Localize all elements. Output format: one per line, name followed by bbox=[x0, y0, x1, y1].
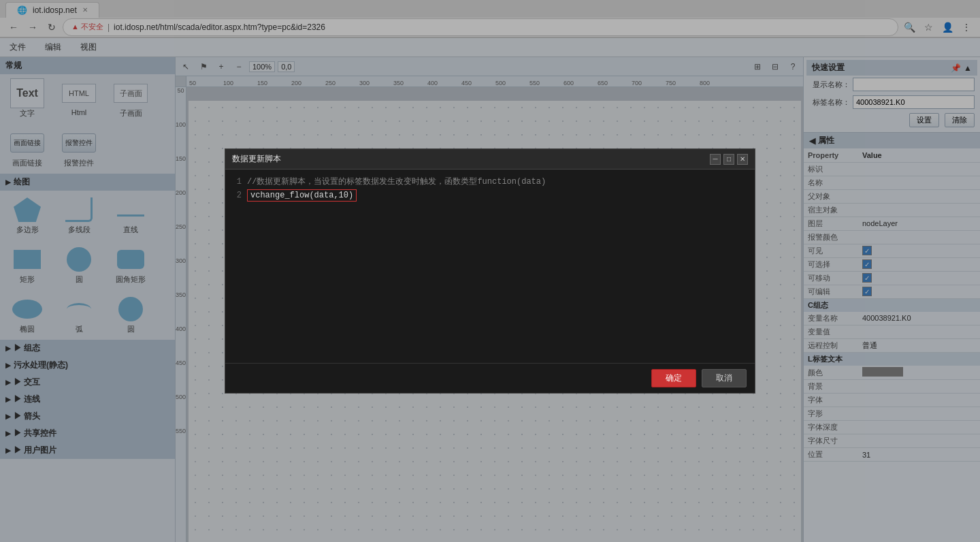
code-line-1: 1 //数据更新脚本，当设置的标签数据发生改变时触发，函数类型function(… bbox=[231, 175, 749, 189]
code-comment-1: //数据更新脚本，当设置的标签数据发生改变时触发，函数类型function(da… bbox=[247, 175, 546, 189]
code-highlighted-text[interactable]: vchange_flow(data,10) bbox=[247, 189, 357, 202]
modal-confirm-btn[interactable]: 确定 bbox=[651, 369, 696, 387]
modal-overlay: 数据更新脚本 ─ □ ✕ 1 //数据更新脚本，当设置的标签数据发生改变时触发，… bbox=[0, 0, 980, 542]
modal-titlebar: 数据更新脚本 ─ □ ✕ bbox=[225, 149, 755, 170]
modal-cancel-btn[interactable]: 取消 bbox=[702, 369, 747, 387]
modal-body: 1 //数据更新脚本，当设置的标签数据发生改变时触发，函数类型function(… bbox=[225, 170, 755, 363]
modal-footer: 确定 取消 bbox=[225, 363, 755, 393]
modal-close-btn[interactable]: ✕ bbox=[737, 154, 748, 165]
line-num-1: 1 bbox=[231, 175, 242, 189]
code-text-2: vchange_flow(data,10) bbox=[247, 189, 357, 202]
modal-title: 数据更新脚本 bbox=[232, 153, 281, 165]
modal-minimize-btn[interactable]: ─ bbox=[710, 154, 721, 165]
data-update-script-dialog: 数据更新脚本 ─ □ ✕ 1 //数据更新脚本，当设置的标签数据发生改变时触发，… bbox=[225, 148, 755, 394]
line-num-2: 2 bbox=[231, 189, 242, 202]
modal-window-controls: ─ □ ✕ bbox=[710, 154, 748, 165]
code-editor[interactable]: 1 //数据更新脚本，当设置的标签数据发生改变时触发，函数类型function(… bbox=[225, 170, 755, 363]
modal-restore-btn[interactable]: □ bbox=[723, 154, 734, 165]
code-line-2: 2 vchange_flow(data,10) bbox=[231, 189, 749, 202]
